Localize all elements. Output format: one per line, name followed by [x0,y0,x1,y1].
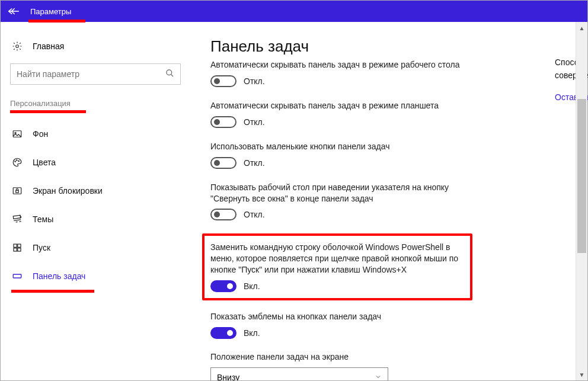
scrollbar-down-arrow[interactable]: ▼ [576,369,587,380]
toggle-state-label: Откл. [244,210,265,219]
dropdown-value: Внизу [217,373,239,380]
toggle-switch[interactable] [210,75,237,87]
main-panel: Панель задач Автоматически скрывать пане… [190,22,587,380]
toggle-state-label: Вкл. [244,281,260,291]
toggle-switch[interactable] [210,209,237,220]
svg-rect-11 [14,248,17,251]
toggle-state-label: Откл. [244,117,265,127]
annotation-titlebar-underline [28,20,85,23]
back-arrow-icon [8,7,20,15]
chevron-down-icon [375,373,382,380]
setting-description: Автоматически скрывать панель задач в ре… [210,59,471,71]
gear-icon [10,41,24,52]
svg-point-0 [16,45,19,48]
setting-small-buttons: Использовать маленькие кнопки панели зад… [210,141,471,169]
setting-description: Показать эмблемы на кнопках панели задач [210,311,471,322]
svg-rect-8 [16,190,19,193]
page-title: Панель задач [210,37,573,56]
svg-point-6 [18,161,20,162]
svg-rect-12 [18,248,21,251]
sidebar-item-start[interactable]: Пуск [10,235,181,260]
sidebar-home-label: Главная [24,41,64,51]
toggle-switch[interactable] [210,280,237,292]
sidebar-item-label: Цвета [24,158,56,167]
toggle-switch[interactable] [210,116,237,128]
search-input-field[interactable] [17,69,165,79]
svg-point-1 [167,69,172,75]
setting-peek-desktop: Показывать рабочий стол при наведении ук… [210,182,471,221]
annotation-section-underline [10,110,86,113]
svg-point-4 [15,161,16,162]
scrollbar-up-arrow[interactable]: ▲ [576,22,587,34]
sidebar-item-colors[interactable]: Цвета [10,150,181,175]
sidebar-item-label: Панель задач [24,271,85,281]
taskbar-position-dropdown[interactable]: Внизу [210,367,388,380]
sidebar-item-label: Темы [24,214,53,224]
svg-point-5 [17,160,18,161]
titlebar: Параметры [1,1,587,22]
svg-rect-9 [14,244,17,247]
svg-rect-13 [13,274,21,278]
back-button[interactable] [1,1,27,22]
sidebar-item-label: Фон [24,129,48,139]
lockscreen-icon [10,185,24,196]
toggle-switch[interactable] [210,157,237,169]
start-icon [10,242,24,253]
sidebar-item-label: Экран блокировки [24,186,103,196]
setting-description: Автоматически скрывать панель задач в ре… [210,100,471,111]
sidebar-item-taskbar[interactable]: Панель задач [10,264,181,289]
sidebar-item-lockscreen[interactable]: Экран блокировки [10,178,181,203]
taskbar-icon [10,271,24,281]
vertical-scrollbar[interactable]: ▲ ▼ [576,22,587,380]
sidebar-item-themes[interactable]: Темы [10,207,181,232]
toggle-state-label: Откл. [244,76,265,86]
sidebar-item-background[interactable]: Фон [10,121,181,146]
search-input[interactable] [10,63,181,85]
palette-icon [10,157,24,168]
window-title: Параметры [27,7,71,16]
setting-show-badges: Показать эмблемы на кнопках панели задач… [210,311,471,339]
setting-powershell: Заменить командную строку оболочкой Wind… [210,242,462,292]
sidebar-home[interactable]: Главная [10,35,181,57]
dropdown-label: Положение панели задач на экране [210,352,573,361]
toggle-state-label: Откл. [244,158,265,168]
setting-description: Показывать рабочий стол при наведении ук… [210,182,471,204]
toggle-state-label: Вкл. [244,328,260,338]
scrollbar-thumb[interactable] [577,99,586,253]
search-icon [165,69,174,80]
setting-auto-hide-tablet: Автоматически скрывать панель задач в ре… [210,100,471,128]
themes-icon [10,214,24,225]
sidebar: Главная Персонализация Фон Цв [1,22,190,380]
sidebar-section-header: Персонализация [10,99,181,108]
setting-description: Использовать маленькие кнопки панели зад… [210,141,471,152]
sidebar-item-label: Пуск [24,243,50,252]
svg-rect-10 [18,244,21,247]
annotation-highlight-box: Заменить командную строку оболочкой Wind… [202,233,472,300]
toggle-switch[interactable] [210,327,237,339]
annotation-active-item-underline [11,290,94,293]
setting-description: Заменить командную строку оболочкой Wind… [210,242,462,276]
setting-auto-hide-desktop: Автоматически скрывать панель задач в ре… [210,59,471,87]
picture-icon [10,129,24,139]
scrollbar-track[interactable] [576,34,587,369]
